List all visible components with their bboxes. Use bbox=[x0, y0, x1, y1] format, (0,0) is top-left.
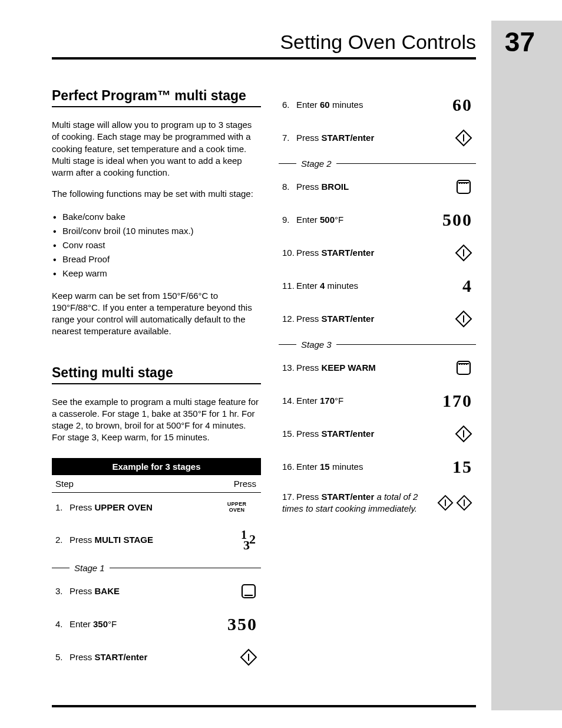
step-14: 14.Enter 170°F 170 bbox=[279, 384, 476, 418]
step-3: 3.Press BAKE bbox=[52, 575, 261, 607]
step-4: 4.Enter 350°F 350 bbox=[52, 607, 261, 641]
section-title-perfect-program: Perfect Program™ multi stage bbox=[52, 88, 261, 107]
display-170: 170 bbox=[431, 391, 472, 411]
para-keep-warm-note: Keep warm can be set from 150°F/66°C to … bbox=[52, 290, 261, 338]
step-11: 11.Enter 4 minutes 4 bbox=[279, 269, 476, 303]
display-60: 60 bbox=[431, 95, 472, 115]
col-press-label: Press bbox=[234, 479, 256, 489]
start-enter-icon bbox=[456, 495, 472, 511]
start-enter-icon bbox=[455, 244, 472, 262]
step-8: 8.Press BROIL bbox=[279, 171, 476, 203]
para-functions-lead: The following functions may be set with … bbox=[52, 188, 261, 200]
para-example-intro: See the example to program a multi stage… bbox=[52, 396, 261, 444]
left-column: Perfect Program™ multi stage Multi stage… bbox=[52, 88, 261, 673]
start-enter-icon bbox=[437, 495, 454, 511]
step-17: 17.Press START/enter a total of 2 times … bbox=[279, 484, 476, 521]
step-13: 13.Press KEEP WARM bbox=[279, 352, 476, 384]
stage-3-divider: Stage 3 bbox=[279, 335, 476, 352]
list-item: Keep warm bbox=[62, 266, 261, 281]
start-enter-icon bbox=[240, 648, 257, 666]
step-7: 7.Press START/enter bbox=[279, 122, 476, 154]
list-item: Bread Proof bbox=[62, 252, 261, 266]
step-15: 15.Press START/enter bbox=[279, 418, 476, 450]
upper-oven-icon: UPPEROVEN bbox=[216, 502, 257, 513]
multi-stage-icon: 123 bbox=[240, 529, 257, 549]
keep-warm-icon bbox=[455, 359, 472, 377]
page-title: Setting Oven Controls bbox=[280, 31, 476, 54]
start-enter-icon bbox=[455, 129, 472, 147]
step-2: 2.Press MULTI STAGE 123 bbox=[52, 522, 261, 558]
col-step-label: Step bbox=[55, 479, 74, 489]
page-number: 37 bbox=[505, 26, 535, 58]
side-tab bbox=[491, 21, 562, 710]
step-10: 10.Press START/enter bbox=[279, 237, 476, 269]
display-500: 500 bbox=[431, 210, 472, 230]
page-header: Setting Oven Controls 37 bbox=[52, 31, 476, 60]
page-content: Setting Oven Controls 37 Perfect Program… bbox=[52, 31, 476, 673]
step-16: 16.Enter 15 minutes 15 bbox=[279, 450, 476, 484]
step-6: 6.Enter 60 minutes 60 bbox=[279, 88, 476, 122]
step-12: 12.Press START/enter bbox=[279, 303, 476, 335]
display-4: 4 bbox=[431, 276, 472, 296]
stage-1-divider: Stage 1 bbox=[52, 558, 261, 575]
right-column: 6.Enter 60 minutes 60 7.Press START/ente… bbox=[279, 88, 476, 673]
bake-icon bbox=[240, 582, 257, 600]
para-intro: Multi stage will allow you to program up… bbox=[52, 119, 261, 179]
step-1: 1.Press UPPER OVEN UPPEROVEN bbox=[52, 493, 261, 522]
step-9: 9.Enter 500°F 500 bbox=[279, 203, 476, 237]
start-enter-icon bbox=[455, 425, 472, 443]
broil-icon bbox=[455, 178, 472, 196]
example-table-header: Example for 3 stages bbox=[52, 458, 261, 475]
functions-list: Bake/conv bake Broil/conv broil (10 minu… bbox=[52, 210, 261, 281]
section-title-setting-multi-stage: Setting multi stage bbox=[52, 365, 261, 384]
display-350: 350 bbox=[216, 614, 257, 634]
stage-2-divider: Stage 2 bbox=[279, 154, 476, 171]
footer-rule bbox=[52, 705, 476, 707]
list-item: Bake/conv bake bbox=[62, 210, 261, 224]
display-15: 15 bbox=[431, 457, 472, 477]
list-item: Conv roast bbox=[62, 238, 261, 252]
step-5: 5.Press START/enter bbox=[52, 641, 261, 673]
table-column-headers: Step Press bbox=[52, 475, 261, 493]
start-enter-icon bbox=[455, 310, 472, 328]
list-item: Broil/conv broil (10 minutes max.) bbox=[62, 224, 261, 238]
